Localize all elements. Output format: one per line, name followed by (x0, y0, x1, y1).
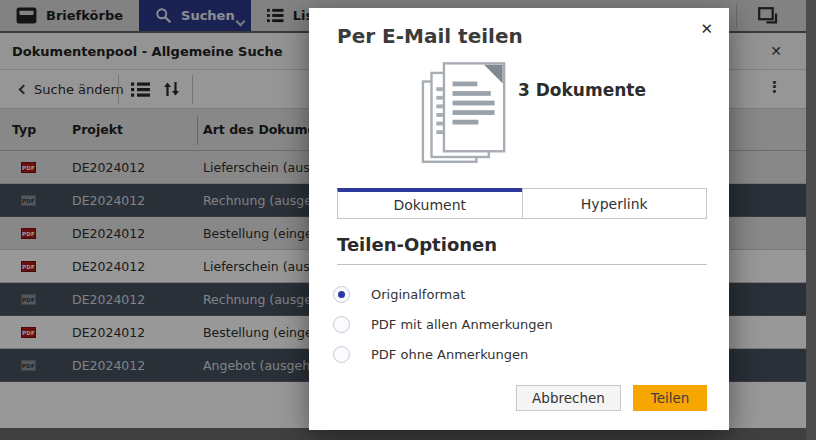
radio-checked-icon[interactable] (333, 286, 350, 303)
radio-icon[interactable] (333, 346, 350, 363)
share-mode-tabs: Dokument Hyperlink (337, 188, 707, 219)
radio-icon[interactable] (333, 316, 350, 333)
option-pdf-mit-anmerkungen[interactable]: PDF mit allen Anmerkungen (333, 314, 553, 334)
option-pdf-ohne-anmerkungen[interactable]: PDF ohne Anmerkungen (333, 344, 528, 364)
tab-hyperlink[interactable]: Hyperlink (522, 188, 708, 219)
section-title: Teilen-Optionen (337, 234, 497, 255)
tab-dokument[interactable]: Dokument (337, 188, 523, 219)
option-label: PDF ohne Anmerkungen (371, 347, 528, 362)
option-label: PDF mit allen Anmerkungen (371, 317, 553, 332)
option-label: Originalformat (371, 287, 465, 302)
option-originalformat[interactable]: Originalformat (333, 284, 465, 304)
cancel-button[interactable]: Abbrechen (516, 385, 621, 411)
dialog-close-icon[interactable]: ✕ (700, 20, 713, 38)
share-dialog: Per E-Mail teilen ✕ 3 Dokumente (309, 8, 729, 430)
document-stack-icon (421, 58, 507, 174)
app-window: Briefkörbe Suchen Listen (0, 0, 816, 440)
document-count: 3 Dokumente (518, 80, 646, 100)
dialog-title: Per E-Mail teilen (337, 24, 523, 48)
section-divider (337, 264, 707, 265)
share-button[interactable]: Teilen (633, 385, 707, 411)
